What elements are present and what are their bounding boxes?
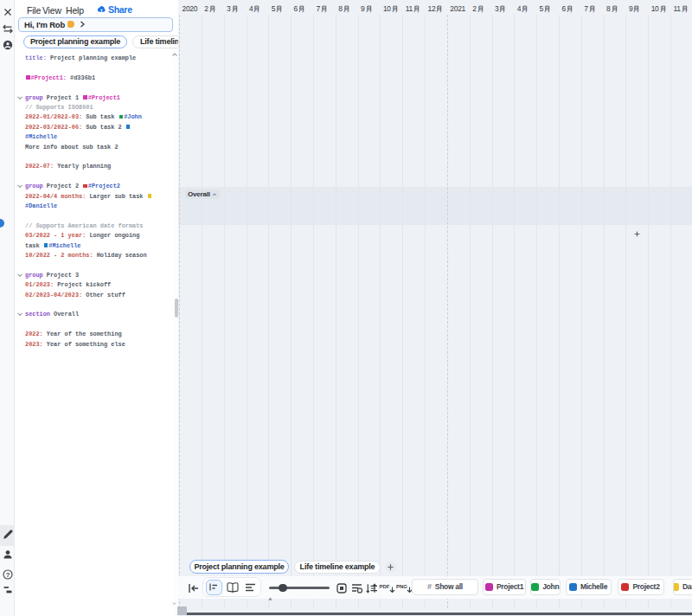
svg-text:?: ?	[6, 571, 10, 579]
